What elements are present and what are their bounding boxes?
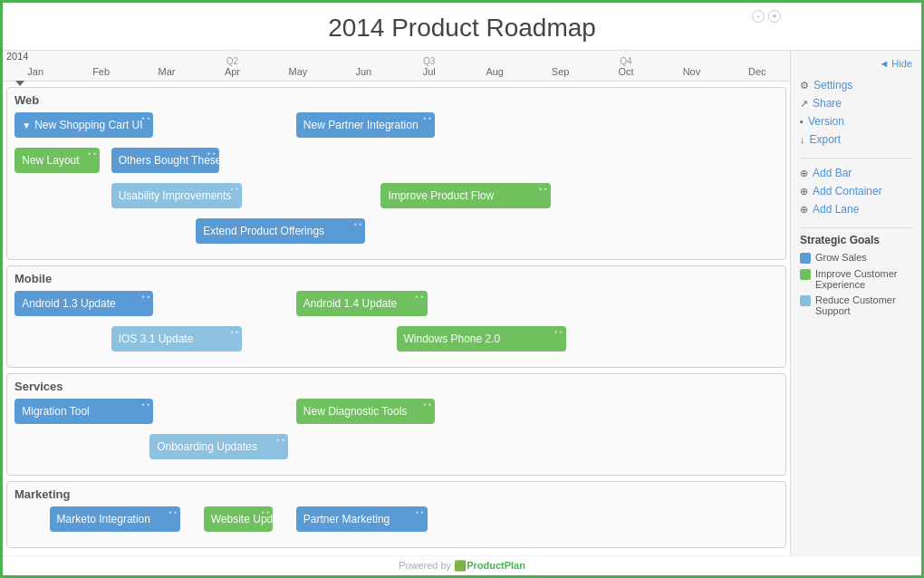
sidebar-add-label: Add Bar: [813, 167, 852, 179]
sidebar-item-label: Export: [810, 133, 842, 146]
sidebar-item-label: Version: [808, 115, 844, 128]
bar-dots: • •: [262, 508, 270, 517]
add-icon: ⊕: [800, 204, 808, 216]
lane-title-marketing: Marketing: [11, 487, 782, 501]
month-col-nov: Nov: [659, 54, 724, 77]
sidebar-hide[interactable]: ◄ Hide: [800, 58, 912, 69]
brand-label: 🟩ProductPlan: [454, 560, 525, 571]
legend-color-swatch: [800, 269, 811, 280]
bar-mobile-1-1[interactable]: Windows Phone 2.0• •: [397, 326, 566, 352]
legend-label: Grow Sales: [815, 252, 867, 263]
current-indicator: [15, 81, 24, 86]
month-col-sep: Sep: [527, 54, 592, 77]
sidebar-item-export[interactable]: ↓Export: [800, 130, 912, 149]
month-col-jan: Jan: [3, 54, 68, 77]
legend-item-improve-customer-experience: Improve Customer Experience: [800, 268, 912, 290]
roadmap-row-mobile-0: Android 1.3 Update• •Android 1.4 Update•…: [11, 289, 782, 322]
hide-label[interactable]: ◄ Hide: [879, 58, 912, 69]
bar-label: Windows Phone 2.0: [404, 332, 501, 345]
bar-dots: • •: [142, 114, 150, 123]
sidebar-item-label: Share: [813, 97, 842, 110]
bar-mobile-1-0[interactable]: IOS 3.1 Update• •: [111, 326, 243, 352]
timeline-area: 2014 Jan Feb MarQ2Apr May JunQ3Jul Aug S…: [3, 51, 790, 555]
page-title: 2014 Product Roadmap: [3, 3, 921, 51]
bar-services-0-0[interactable]: Migration Tool• •: [14, 399, 153, 424]
lane-web: Web▼New Shopping Cart UI• •New Partner I…: [6, 87, 786, 260]
bar-web-0-1[interactable]: New Partner Integration• •: [296, 112, 435, 138]
lane-title-services: Services: [11, 380, 782, 393]
month-col-apr: Q2Apr: [199, 54, 265, 77]
sidebar-icon: ↗: [800, 98, 808, 110]
legend-item-grow-sales: Grow Sales: [800, 252, 912, 264]
month-col-aug: Aug: [462, 54, 527, 77]
bar-web-2-0[interactable]: Usability Improvements• •: [111, 183, 243, 208]
sidebar-add-add-lane[interactable]: ⊕Add Lane: [800, 200, 912, 218]
main-content: 2014 Jan Feb MarQ2Apr May JunQ3Jul Aug S…: [3, 51, 921, 555]
bar-web-3-0[interactable]: Extend Product Offerings• •: [196, 218, 365, 244]
month-header: 2014 Jan Feb MarQ2Apr May JunQ3Jul Aug S…: [3, 51, 790, 82]
month-col-oct: Q4Oct: [593, 54, 659, 77]
roadmap-row-web-0: ▼New Shopping Cart UI• •New Partner Inte…: [11, 111, 782, 143]
bar-dots: • •: [142, 400, 150, 409]
bar-dots: • •: [88, 149, 96, 159]
lanes-container[interactable]: Web▼New Shopping Cart UI• •New Partner I…: [3, 82, 790, 555]
sidebar-add-add-bar[interactable]: ⊕Add Bar: [800, 164, 912, 182]
bar-dots: • •: [416, 293, 424, 302]
minimize-icon[interactable]: -: [752, 10, 765, 23]
bar-label: New Diagnostic Tools: [303, 405, 408, 418]
sidebar-icon: ↓: [800, 134, 805, 145]
month-col-mar: Mar: [134, 54, 199, 77]
bar-dots: • •: [539, 185, 547, 194]
bar-label: Usability Improvements: [119, 189, 232, 202]
legend-label: Improve Customer Experience: [815, 268, 912, 290]
bar-label: Extend Product Offerings: [203, 225, 324, 237]
month-col-may: May: [265, 54, 331, 77]
add-icon: ⊕: [800, 168, 808, 179]
bar-label: Android 1.3 Update: [22, 297, 115, 310]
sidebar-item-version[interactable]: ▪Version: [800, 112, 912, 130]
bar-web-1-0[interactable]: New Layout• •: [14, 148, 100, 173]
month-col-jul: Q3Jul: [397, 54, 462, 77]
bar-dots: • •: [142, 293, 150, 302]
sidebar-item-settings[interactable]: ⚙Settings: [800, 76, 912, 94]
bar-web-2-1[interactable]: Improve Product Flow• •: [380, 183, 550, 208]
bar-dots: • •: [230, 328, 238, 337]
sidebar-divider-1: [800, 158, 912, 159]
roadmap-row-marketing-0: Marketo Integration• •Website Updates• •…: [11, 505, 782, 537]
legend-color-swatch: [800, 253, 811, 264]
sidebar-add-group: ⊕Add Bar⊕Add Container⊕Add Lane: [800, 164, 912, 218]
lane-title-web: Web: [11, 93, 782, 107]
strategic-goals-title: Strategic Goals: [800, 234, 912, 246]
legend-color-swatch: [800, 295, 811, 306]
bar-label: New Partner Integration: [303, 119, 419, 131]
sidebar-add-add-container[interactable]: ⊕Add Container: [800, 182, 912, 200]
corner-icons: - +: [752, 10, 781, 23]
bar-label: Improve Product Flow: [388, 189, 494, 202]
strategic-goals-group: Strategic Goals Grow SalesImprove Custom…: [800, 234, 912, 316]
month-col-feb: Feb: [68, 54, 133, 77]
lane-marketing: MarketingMarketo Integration• •Website U…: [6, 481, 786, 548]
bar-label: Partner Marketing: [303, 513, 390, 525]
bar-web-0-0[interactable]: ▼New Shopping Cart UI• •: [14, 112, 153, 138]
bar-marketing-0-2[interactable]: Partner Marketing• •: [296, 506, 428, 532]
legend-container: Grow SalesImprove Customer ExperienceRed…: [800, 252, 912, 316]
sidebar-item-share[interactable]: ↗Share: [800, 94, 912, 112]
bar-services-1-0[interactable]: Onboarding Updates• •: [149, 434, 288, 459]
maximize-icon[interactable]: +: [768, 10, 781, 23]
bar-marketing-0-0[interactable]: Marketo Integration• •: [50, 506, 181, 532]
bar-label: Marketo Integration: [57, 513, 150, 525]
bar-dots: • •: [207, 149, 216, 159]
bar-mobile-0-1[interactable]: Android 1.4 Update• •: [296, 291, 428, 316]
roadmap-row-services-1: Onboarding Updates• •: [11, 432, 782, 465]
bar-label: Android 1.4 Update: [303, 297, 397, 310]
footer: Powered by 🟩ProductPlan: [3, 555, 921, 575]
bar-marketing-0-1[interactable]: Website Updates• •: [204, 506, 274, 532]
bar-web-1-1[interactable]: Others Bought These• •: [111, 148, 219, 173]
add-icon: ⊕: [800, 186, 808, 197]
bar-services-0-1[interactable]: New Diagnostic Tools• •: [296, 399, 435, 424]
bar-mobile-0-0[interactable]: Android 1.3 Update• •: [14, 291, 153, 316]
sidebar: ◄ Hide ⚙Settings↗Share▪Version↓Export ⊕A…: [790, 51, 921, 555]
bar-dots: • •: [277, 436, 285, 445]
lane-title-mobile: Mobile: [11, 272, 782, 285]
roadmap-row-web-2: Usability Improvements• •Improve Product…: [11, 181, 782, 214]
